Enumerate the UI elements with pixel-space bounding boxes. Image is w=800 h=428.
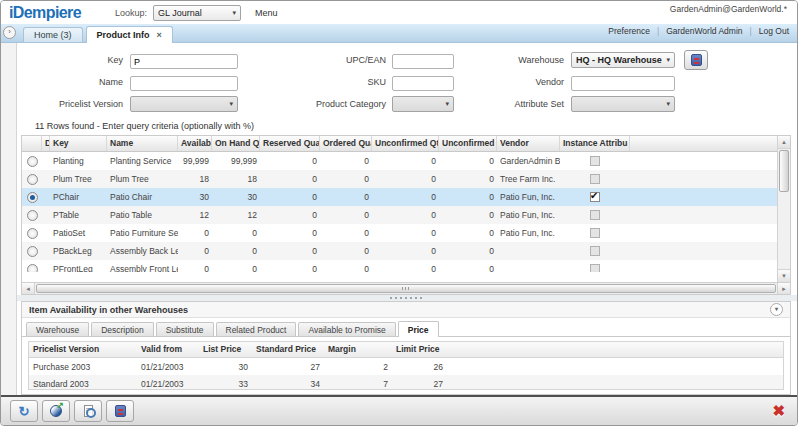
price-column-header-limit-price[interactable]: Limit Price xyxy=(392,342,447,357)
column-header-on-hand-qua[interactable]: On Hand Qua xyxy=(212,136,260,151)
upc-ean-input[interactable] xyxy=(392,54,454,69)
table-row[interactable]: Plum TreePlum Tree18180000Tree Farm Inc. xyxy=(22,170,777,188)
key-input[interactable] xyxy=(130,54,238,69)
instance-attribute-checkbox[interactable] xyxy=(590,246,600,256)
header-link-gardenworld-admin[interactable]: GardenWorld Admin xyxy=(666,26,742,36)
vertical-scrollbar[interactable]: ▲ ▼ xyxy=(777,136,790,282)
pricelist-version-select[interactable]: ▾ xyxy=(130,96,238,112)
form-row: Pricelist Version ▾ Product Category ▾ xyxy=(17,93,797,115)
scroll-right-icon[interactable]: ▸ xyxy=(777,283,790,294)
scroll-down-icon[interactable]: ▼ xyxy=(778,269,790,282)
detail-tab-warehouse[interactable]: Warehouse xyxy=(26,322,89,336)
price-row[interactable]: Standard 200301/21/20033334727 xyxy=(29,375,783,390)
column-header-key[interactable]: Key xyxy=(50,136,107,151)
table-row[interactable]: PTablePatio Table12120000Patio Fun, Inc. xyxy=(22,206,777,224)
column-header-instance-attribu[interactable]: Instance Attribu xyxy=(560,136,630,151)
header-link-preference[interactable]: Preference xyxy=(608,26,650,36)
tab-product-info[interactable]: Product Info× xyxy=(86,26,173,43)
detail-tab-related-product[interactable]: Related Product xyxy=(216,322,297,336)
cell-vendor: GardenAdmin BP xyxy=(497,156,560,166)
vertical-scroll-thumb[interactable] xyxy=(779,150,789,192)
chevron-down-icon: ▾ xyxy=(229,9,236,17)
cell xyxy=(560,264,630,272)
zoom-button[interactable] xyxy=(42,400,70,422)
tab-close-icon[interactable]: × xyxy=(157,31,162,39)
vendor-input[interactable] xyxy=(571,76,675,91)
row-radio[interactable] xyxy=(27,174,38,185)
cell-unconfirmed_mov: 0 xyxy=(439,174,497,184)
row-radio[interactable] xyxy=(27,246,38,257)
instance-attribute-checkbox[interactable] xyxy=(590,192,600,202)
row-radio[interactable] xyxy=(27,156,38,167)
column-header-unconfirmed-mov[interactable]: Unconfirmed Mov xyxy=(439,136,497,151)
instance-attribute-checkbox[interactable] xyxy=(590,228,600,238)
column-header-unconfirmed-qty[interactable]: Unconfirmed Qty xyxy=(372,136,439,151)
cell-reserved: 0 xyxy=(260,246,320,256)
column-header-reserved-quantit[interactable]: Reserved Quantit xyxy=(260,136,320,151)
column-header-select[interactable] xyxy=(22,136,42,151)
lookup-select[interactable]: GL Journal ▾ xyxy=(153,5,241,21)
app-window: iDempiere Lookup: GL Journal ▾ Menu Gard… xyxy=(0,0,798,426)
instance-attribute-checkbox[interactable] xyxy=(590,210,600,220)
column-header-available[interactable]: Available xyxy=(178,136,212,151)
menu-link[interactable]: Menu xyxy=(255,8,278,18)
collapse-panel-icon[interactable]: ▾ xyxy=(770,303,783,316)
horizontal-scrollbar[interactable]: ◂ ▸ xyxy=(22,282,790,294)
detail-tab-description[interactable]: Description xyxy=(91,322,154,336)
product-category-select[interactable]: ▾ xyxy=(392,96,454,112)
price-row[interactable]: Purchase 200301/21/20033027226 xyxy=(29,358,783,375)
table-row[interactable]: PChairPatio Chair30300000Patio Fun, Inc. xyxy=(22,188,777,206)
panel-splitter[interactable] xyxy=(17,295,797,301)
instance-attribute-checkbox[interactable] xyxy=(590,174,600,184)
column-header-d[interactable]: D xyxy=(42,136,50,151)
attribute-set-select[interactable]: ▾ xyxy=(571,96,675,112)
row-radio[interactable] xyxy=(27,210,38,221)
table-row[interactable]: PatioSetPatio Furniture Set000000Patio F… xyxy=(22,224,777,242)
column-header-vendor[interactable]: Vendor xyxy=(497,136,560,151)
name-input[interactable] xyxy=(130,76,238,91)
warehouse-select[interactable]: HQ - HQ Warehouse ▾ xyxy=(571,52,675,68)
cell-unconfirmed_qty: 0 xyxy=(372,264,439,272)
column-header-name[interactable]: Name xyxy=(107,136,178,151)
price-column-header-valid-from[interactable]: Valid from xyxy=(137,342,199,357)
detail-tab-price[interactable]: Price xyxy=(398,321,439,337)
row-radio[interactable] xyxy=(27,264,38,273)
row-radio[interactable] xyxy=(27,228,38,239)
price-column-header-pricelist-version[interactable]: Pricelist Version xyxy=(29,342,137,357)
cell-on_hand: 18 xyxy=(212,174,260,184)
header-links: Preference|GardenWorld Admin|Log Out xyxy=(608,26,789,36)
price-column-header-margin[interactable]: Margin xyxy=(324,342,392,357)
expand-sidebar-icon[interactable]: › xyxy=(3,26,16,39)
sku-label: SKU xyxy=(238,77,386,87)
refresh-button[interactable] xyxy=(10,400,38,422)
available-to-promise-button[interactable] xyxy=(684,50,708,70)
price-column-header-standard-price[interactable]: Standard Price xyxy=(252,342,324,357)
table-row[interactable]: PlantingPlanting Service99,99999,9990000… xyxy=(22,152,777,170)
detail-tab-available-to-promise[interactable]: Available to Promise xyxy=(298,322,395,336)
table-row[interactable]: PFrontLegAssembly Front Leg000000 xyxy=(22,260,777,272)
price-cell: 33 xyxy=(199,379,252,389)
calculator-button[interactable] xyxy=(106,400,134,422)
cell-available: 99,999 xyxy=(178,156,212,166)
price-table: Pricelist VersionValid fromList PriceSta… xyxy=(28,341,784,390)
scroll-left-icon[interactable]: ◂ xyxy=(22,283,35,294)
row-radio[interactable] xyxy=(27,192,38,203)
detail-tab-substitute[interactable]: Substitute xyxy=(156,322,214,336)
table-row[interactable]: PBackLegAssembly Back Leg000000 xyxy=(22,242,777,260)
cell-vendor: Patio Fun, Inc. xyxy=(497,228,560,238)
instance-attribute-checkbox[interactable] xyxy=(590,264,600,272)
close-button[interactable] xyxy=(769,402,788,420)
tab-home-3[interactable]: Home (3) xyxy=(23,27,83,42)
header-link-log-out[interactable]: Log Out xyxy=(759,26,789,36)
price-column-header-list-price[interactable]: List Price xyxy=(199,342,252,357)
collapsed-west-panel[interactable] xyxy=(1,43,17,395)
cell xyxy=(22,174,42,185)
instance-attribute-checkbox[interactable] xyxy=(590,156,600,166)
column-header-ordered-quantity[interactable]: Ordered Quantity xyxy=(320,136,372,151)
sku-input[interactable] xyxy=(392,76,454,91)
status-message: 11 Rows found - Enter query criteria (op… xyxy=(17,115,797,135)
cell-key: PFrontLeg xyxy=(50,264,107,272)
horizontal-scroll-thumb[interactable] xyxy=(36,284,776,293)
scroll-up-icon[interactable]: ▲ xyxy=(778,136,790,149)
report-preview-button[interactable] xyxy=(74,400,102,422)
